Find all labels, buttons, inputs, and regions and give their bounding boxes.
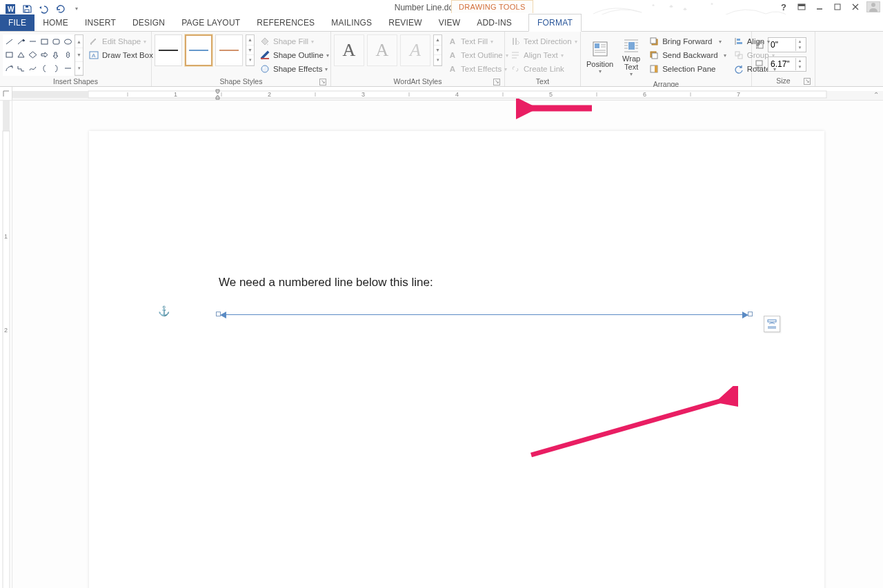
shape-arrow-down-icon[interactable] <box>51 49 62 62</box>
shape-line-icon[interactable] <box>3 35 14 48</box>
selection-pane-button[interactable]: Selection Pane <box>646 62 728 76</box>
body-paragraph[interactable]: We need a numbered line below this line: <box>219 276 695 290</box>
save-button[interactable] <box>19 3 34 15</box>
wordart-preset-1[interactable]: A <box>334 34 364 66</box>
tab-references[interactable]: REFERENCES <box>248 14 323 31</box>
scroll-up-icon[interactable]: ▲ <box>434 35 442 45</box>
tab-design[interactable]: DESIGN <box>124 14 173 31</box>
edit-shape-button[interactable]: Edit Shape <box>86 34 155 48</box>
shape-fill-button[interactable]: Shape Fill <box>257 34 331 48</box>
shapes-gallery[interactable] <box>3 34 75 76</box>
text-fill-button[interactable]: AText Fill <box>445 34 510 48</box>
svg-text:6: 6 <box>643 91 646 98</box>
gallery-expand-icon[interactable]: ▾ <box>75 62 83 75</box>
collapse-ribbon-button[interactable]: ⌃ <box>873 91 879 99</box>
shape-flowchart-icon[interactable] <box>3 62 14 75</box>
size-launcher[interactable]: ↘ <box>804 78 811 85</box>
shape-rounded-rect-icon[interactable] <box>51 35 62 48</box>
style-preset-3[interactable] <box>215 34 243 66</box>
account-button[interactable] <box>866 1 880 12</box>
horizontal-ruler[interactable]: 123 4567 ⌃ <box>0 87 883 101</box>
double-arrow-shape[interactable] <box>219 312 750 318</box>
shape-triangle-icon[interactable] <box>15 49 26 62</box>
text-outline-button[interactable]: AText Outline <box>445 48 510 62</box>
ribbon-display-options[interactable] <box>795 1 808 12</box>
tab-mailings[interactable]: MAILINGS <box>323 14 380 31</box>
vertical-ruler[interactable]: 12 <box>0 101 12 588</box>
arrow-head-left-icon <box>220 312 226 318</box>
ruler-corner[interactable] <box>0 87 12 100</box>
tab-format[interactable]: FORMAT <box>528 14 582 32</box>
bring-forward-button[interactable]: Bring Forward▾ <box>646 34 728 48</box>
wordart-gallery[interactable]: A A A ▲ ▼ ▾ <box>334 34 442 66</box>
spin-down[interactable]: ▼ <box>795 45 804 51</box>
style-gallery-scroll[interactable]: ▲ ▼ ▾ <box>246 34 255 66</box>
scroll-down-icon[interactable]: ▼ <box>75 48 83 61</box>
create-link-button[interactable]: Create Link <box>508 62 579 76</box>
shape-connector-icon[interactable] <box>15 62 26 75</box>
layout-options-button[interactable] <box>764 316 780 332</box>
selection-handle-right[interactable] <box>748 312 753 316</box>
tab-home[interactable]: HOME <box>34 14 77 31</box>
edit-shape-icon <box>88 36 99 47</box>
tab-review[interactable]: REVIEW <box>380 14 430 31</box>
tab-add-ins[interactable]: ADD-INS <box>468 14 520 31</box>
tab-page-layout[interactable]: PAGE LAYOUT <box>173 14 248 31</box>
selection-handle-left[interactable] <box>216 312 221 316</box>
tab-insert[interactable]: INSERT <box>77 14 124 31</box>
shape-brace-l-icon[interactable] <box>39 62 50 75</box>
scroll-down-icon[interactable]: ▼ <box>434 45 442 56</box>
shape-styles-launcher[interactable]: ↘ <box>319 79 326 85</box>
shape-outline-button[interactable]: Shape Outline <box>257 48 331 62</box>
document-canvas[interactable]: We need a numbered line below this line:… <box>12 101 883 588</box>
shape-freeform-icon[interactable] <box>27 62 38 75</box>
minimize-button[interactable] <box>813 1 826 12</box>
draw-text-box-button[interactable]: A Draw Text Box <box>86 48 155 62</box>
height-value[interactable] <box>771 40 795 50</box>
shape-rect-icon[interactable] <box>39 35 50 48</box>
wordart-preset-3[interactable]: A <box>400 34 430 66</box>
wordart-preset-2[interactable]: A <box>367 34 397 66</box>
maximize-button[interactable] <box>831 1 844 12</box>
redo-button[interactable] <box>52 3 68 15</box>
shape-diamond-icon[interactable] <box>27 49 38 62</box>
gallery-expand-icon[interactable]: ▾ <box>246 55 254 65</box>
shape-brace-r-icon[interactable] <box>51 62 62 75</box>
shape-line-arrow-icon[interactable] <box>15 35 26 48</box>
shape-line2-icon[interactable] <box>27 35 38 48</box>
shape-arrow-updown-icon[interactable] <box>63 49 74 62</box>
gallery-expand-icon[interactable]: ▾ <box>434 55 442 65</box>
spin-up[interactable]: ▲ <box>795 58 804 64</box>
position-button[interactable]: Position <box>584 34 616 79</box>
text-effects-button[interactable]: AText Effects <box>445 62 510 76</box>
scroll-up-icon[interactable]: ▲ <box>75 35 83 48</box>
shape-arrow-right-icon[interactable] <box>39 49 50 62</box>
wordart-launcher[interactable]: ↘ <box>493 79 500 85</box>
style-preset-1[interactable] <box>155 34 182 66</box>
shape-more-icon[interactable] <box>63 62 74 75</box>
shape-effects-button[interactable]: Shape Effects <box>257 62 331 76</box>
scroll-up-icon[interactable]: ▲ <box>246 35 254 45</box>
app-icon[interactable]: W <box>3 3 18 15</box>
help-button[interactable]: ? <box>777 1 791 12</box>
text-direction-button[interactable]: Text Direction <box>508 34 579 48</box>
undo-button[interactable] <box>36 3 51 15</box>
wordart-gallery-scroll[interactable]: ▲ ▼ ▾ <box>433 34 442 66</box>
close-button[interactable] <box>849 1 862 12</box>
shapes-gallery-scroll[interactable]: ▲ ▼ ▾ <box>75 34 83 76</box>
align-text-icon <box>510 50 521 61</box>
shape-style-gallery[interactable]: ▲ ▼ ▾ <box>155 34 255 66</box>
wrap-text-button[interactable]: Wrap Text <box>619 34 644 79</box>
shape-rect2-icon[interactable] <box>3 49 14 62</box>
shape-oval-icon[interactable] <box>63 35 74 48</box>
tab-file[interactable]: FILE <box>0 14 34 31</box>
style-preset-2-selected[interactable] <box>185 34 212 66</box>
align-text-button[interactable]: Align Text <box>508 48 579 62</box>
send-backward-button[interactable]: Send Backward▾ <box>646 48 728 62</box>
spin-up[interactable]: ▲ <box>795 39 804 45</box>
tab-view[interactable]: VIEW <box>430 14 468 31</box>
shape-height-input[interactable]: ▲▼ <box>768 37 806 52</box>
customize-qat[interactable]: ▾ <box>69 3 84 15</box>
scroll-down-icon[interactable]: ▼ <box>246 45 254 56</box>
spin-down[interactable]: ▼ <box>795 64 804 70</box>
